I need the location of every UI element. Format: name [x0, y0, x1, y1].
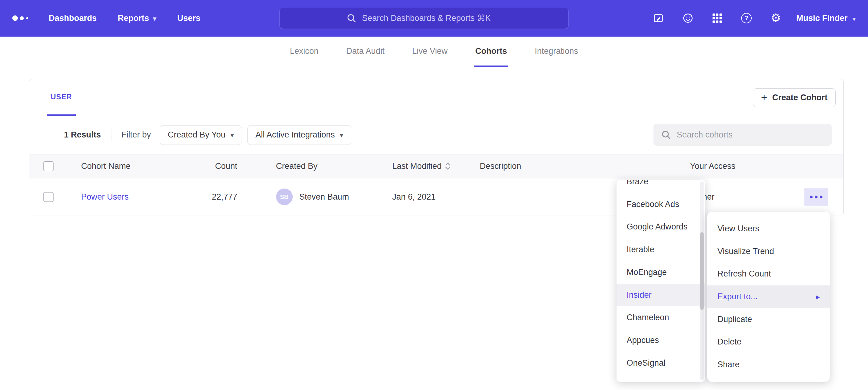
created-by-cell: SB Steven Baum [237, 189, 393, 205]
cohorts-panel: USER Create Cohort 1 Results Filter by C… [29, 79, 844, 216]
row-actions-ellipsis-button[interactable] [804, 188, 828, 206]
export-destinations-list: Braze Facebook Ads Google Adwords Iterab… [617, 180, 705, 375]
avatar: SB [276, 189, 293, 205]
menu-item-delete-label: Delete [717, 331, 742, 353]
smiley-icon[interactable] [682, 12, 693, 24]
column-header-cohort-name[interactable]: Cohort Name [67, 161, 195, 171]
submenu-item-chameleon[interactable]: Chameleon [617, 306, 705, 329]
tab-user-cohorts[interactable]: USER [47, 79, 76, 116]
menu-item-view-users[interactable]: View Users [707, 218, 830, 240]
divider [111, 129, 112, 141]
column-header-created-by[interactable]: Created By [237, 161, 393, 171]
nav-reports-label: Reports [118, 13, 149, 23]
row-checkbox-cell [29, 192, 67, 202]
menu-item-view-users-label: View Users [717, 218, 760, 240]
section-tabs: Lexicon Data Audit Live View Cohorts Int… [0, 37, 868, 68]
menu-item-duplicate[interactable]: Duplicate [707, 308, 830, 331]
filter-active-integrations[interactable]: All Active Integrations [247, 125, 351, 145]
nav-users[interactable]: Users [177, 13, 200, 23]
menu-item-visualize-trend-label: Visualize Trend [717, 240, 774, 263]
nav-reports[interactable]: Reports [118, 13, 156, 23]
chevron-down-icon [340, 130, 343, 140]
topbar-actions: Music Finder [653, 12, 856, 24]
plus-icon [761, 92, 767, 103]
cohorts-panel-header: USER Create Cohort [29, 79, 843, 116]
chevron-down-icon [852, 13, 856, 23]
menu-item-duplicate-label: Duplicate [717, 308, 752, 331]
submenu-item-moengage[interactable]: MoEngage [617, 261, 705, 284]
feedback-compose-icon[interactable] [653, 12, 664, 24]
submenu-item-onesignal[interactable]: OneSignal [617, 352, 705, 375]
table-row: Power Users 22,777 SB Steven Baum Jan 6,… [29, 178, 843, 215]
submenu-item-braze[interactable]: Braze [617, 180, 705, 193]
submenu-item-facebook-ads[interactable]: Facebook Ads [617, 193, 705, 216]
tab-cohorts[interactable]: Cohorts [474, 37, 508, 67]
mixpanel-logo-icon[interactable] [12, 15, 32, 21]
nav-dashboards-label: Dashboards [49, 13, 97, 23]
menu-item-share[interactable]: Share [707, 353, 830, 376]
menu-item-refresh-count[interactable]: Refresh Count [707, 263, 830, 285]
menu-item-refresh-count-label: Refresh Count [717, 263, 771, 285]
column-header-your-access[interactable]: Your Access [690, 161, 843, 171]
export-destinations-submenu: Braze Facebook Ads Google Adwords Iterab… [617, 180, 705, 382]
menu-item-share-label: Share [717, 353, 740, 376]
chevron-down-icon [153, 13, 156, 23]
filter-created-by-label: Created By You [168, 130, 225, 140]
ellipsis-icon [810, 196, 813, 198]
primary-nav: Dashboards Reports Users [49, 13, 200, 23]
create-cohort-label: Create Cohort [772, 93, 828, 102]
workspace-switcher[interactable]: Music Finder [796, 13, 856, 23]
menu-item-export-to[interactable]: Export to... [707, 285, 830, 308]
cohort-name-link[interactable]: Power Users [81, 192, 129, 201]
column-header-last-modified-label: Last Modified [392, 161, 441, 171]
menu-item-export-to-label: Export to... [717, 285, 757, 308]
filter-created-by[interactable]: Created By You [160, 125, 242, 145]
help-icon[interactable] [741, 12, 752, 24]
column-header-count[interactable]: Count [195, 161, 237, 171]
global-search-input[interactable] [362, 13, 501, 23]
submenu-arrow-icon [816, 285, 820, 308]
submenu-item-google-adwords[interactable]: Google Adwords [617, 216, 705, 238]
menu-item-visualize-trend[interactable]: Visualize Trend [707, 240, 830, 263]
menu-item-delete[interactable]: Delete [707, 331, 830, 353]
last-modified-cell: Jan 6, 2021 [392, 192, 479, 202]
filter-active-integrations-label: All Active Integrations [255, 130, 335, 140]
filter-toolbar: 1 Results Filter by Created By You All A… [29, 116, 843, 154]
create-cohort-button[interactable]: Create Cohort [753, 88, 835, 107]
filter-by-label: Filter by [121, 130, 151, 140]
nav-dashboards[interactable]: Dashboards [49, 13, 97, 23]
row-checkbox[interactable] [43, 192, 53, 202]
tab-lexicon[interactable]: Lexicon [289, 37, 319, 67]
tab-live-view[interactable]: Live View [411, 37, 448, 67]
cohort-search-input[interactable] [677, 130, 824, 140]
table-header-row: Cohort Name Count Created By Last Modifi… [29, 154, 843, 178]
tab-data-audit[interactable]: Data Audit [345, 37, 386, 67]
cohort-name-cell: Power Users [67, 192, 195, 202]
submenu-item-iterable[interactable]: Iterable [617, 238, 705, 261]
search-icon [347, 13, 356, 23]
cohort-count-cell: 22,777 [195, 192, 237, 202]
workspace-name: Music Finder [796, 13, 847, 23]
sort-icon[interactable] [445, 162, 451, 171]
search-icon [661, 130, 671, 140]
submenu-item-appcues[interactable]: Appcues [617, 329, 705, 352]
settings-gear-icon[interactable] [770, 12, 781, 24]
cohort-search-bar[interactable] [653, 124, 832, 146]
global-search-bar[interactable] [279, 8, 568, 29]
submenu-scrollbar-thumb[interactable] [700, 232, 704, 310]
app-window: Dashboards Reports Users [0, 0, 868, 390]
submenu-item-insider[interactable]: Insider [617, 284, 705, 307]
row-context-menu: View Users Visualize Trend Refresh Count… [707, 212, 830, 382]
column-header-last-modified[interactable]: Last Modified [392, 161, 479, 171]
created-by-name: Steven Baum [299, 192, 349, 202]
column-header-description[interactable]: Description [479, 161, 690, 171]
tab-integrations[interactable]: Integrations [534, 37, 579, 67]
top-navigation-bar: Dashboards Reports Users [0, 0, 868, 37]
select-all-checkbox[interactable] [43, 161, 53, 171]
results-count: 1 Results [64, 130, 101, 140]
header-checkbox-cell [29, 161, 67, 171]
nav-users-label: Users [177, 13, 200, 23]
chevron-down-icon [230, 130, 234, 140]
apps-grid-icon[interactable] [712, 12, 723, 24]
